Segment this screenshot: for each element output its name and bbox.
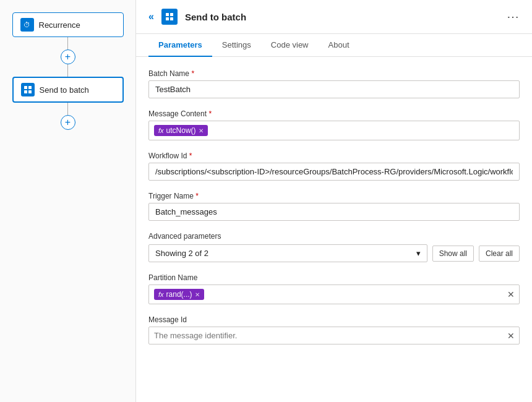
advanced-parameters-row: Showing 2 of 2 ▾ Show all Clear all xyxy=(148,244,520,262)
show-all-button[interactable]: Show all xyxy=(432,246,474,262)
svg-rect-5 xyxy=(170,13,173,16)
advanced-parameters-dropdown[interactable]: Showing 2 of 2 ▾ xyxy=(148,244,427,262)
tab-code-view[interactable]: Code view xyxy=(261,34,319,57)
add-between-btn[interactable]: + xyxy=(61,49,75,64)
partition-name-input[interactable]: fx rand(...) ✕ xyxy=(148,284,520,304)
message-id-input[interactable] xyxy=(148,327,520,344)
panel-header-left: « Send to batch xyxy=(148,9,246,25)
fx-icon-partition: fx xyxy=(158,291,164,298)
partition-name-group: Partition Name fx rand(...) ✕ ✕ xyxy=(148,273,520,304)
more-options-button[interactable]: ⋯ xyxy=(507,9,520,24)
fx-icon: fx xyxy=(158,127,164,134)
svg-rect-3 xyxy=(28,90,32,93)
recurrence-label: Recurrence xyxy=(39,20,80,30)
recurrence-node[interactable]: ⏱ Recurrence xyxy=(12,12,124,37)
workflow-canvas: ⏱ Recurrence + Send to batch + xyxy=(0,0,136,402)
batch-name-input[interactable] xyxy=(148,80,520,98)
message-content-label: Message Content * xyxy=(148,109,520,118)
batch-name-required: * xyxy=(191,69,194,78)
utcnow-token[interactable]: fx utcNow() ✕ xyxy=(154,125,208,136)
connector-3 xyxy=(67,103,68,115)
trigger-name-input[interactable] xyxy=(148,203,520,221)
workflow-id-input[interactable] xyxy=(148,163,520,181)
add-after-btn[interactable]: + xyxy=(61,115,75,130)
send-to-batch-label: Send to batch xyxy=(40,85,89,95)
rand-token[interactable]: fx rand(...) ✕ xyxy=(154,289,204,300)
message-id-label: Message Id xyxy=(148,315,520,324)
message-content-required: * xyxy=(208,109,212,118)
recurrence-icon: ⏱ xyxy=(20,18,34,32)
remove-rand-token[interactable]: ✕ xyxy=(195,291,200,298)
chevron-down-icon: ▾ xyxy=(416,249,421,258)
tab-parameters[interactable]: Parameters xyxy=(148,34,212,57)
panel-title: Send to batch xyxy=(185,12,246,22)
collapse-button[interactable]: « xyxy=(148,11,154,22)
message-id-group: Message Id ✕ xyxy=(148,315,520,344)
detail-panel: « Send to batch ⋯ Parameters Settings Co… xyxy=(136,0,532,402)
workflow-id-required: * xyxy=(189,152,192,160)
workflow-id-group: Workflow Id * xyxy=(148,152,520,181)
advanced-dropdown-value: Showing 2 of 2 xyxy=(155,249,208,258)
partition-name-clear-button[interactable]: ✕ xyxy=(507,289,515,299)
form-area: Batch Name * Message Content * fx utcNow… xyxy=(136,57,532,402)
send-to-batch-icon xyxy=(21,83,35,96)
clear-all-button[interactable]: Clear all xyxy=(479,246,520,262)
partition-name-field: fx rand(...) ✕ ✕ xyxy=(148,284,520,304)
message-id-clear-button[interactable]: ✕ xyxy=(507,331,515,341)
connector-1 xyxy=(67,37,68,49)
svg-rect-7 xyxy=(170,17,173,20)
advanced-parameters-label: Advanced parameters xyxy=(148,232,520,241)
panel-header: « Send to batch ⋯ xyxy=(136,0,532,34)
batch-name-group: Batch Name * xyxy=(148,69,520,98)
svg-rect-1 xyxy=(28,86,32,89)
trigger-name-group: Trigger Name * xyxy=(148,192,520,221)
send-to-batch-node[interactable]: Send to batch xyxy=(12,77,124,103)
trigger-name-required: * xyxy=(195,192,199,200)
svg-rect-2 xyxy=(24,90,27,93)
panel-header-icon xyxy=(161,9,178,25)
token-label: utcNow() xyxy=(166,126,196,135)
connector-2 xyxy=(67,64,68,77)
tab-bar: Parameters Settings Code view About xyxy=(136,34,532,57)
message-content-input[interactable]: fx utcNow() ✕ xyxy=(148,121,520,140)
svg-rect-6 xyxy=(166,17,169,20)
tab-settings[interactable]: Settings xyxy=(212,34,261,57)
workflow-id-label: Workflow Id * xyxy=(148,152,520,160)
remove-utcnow-token[interactable]: ✕ xyxy=(199,127,204,134)
svg-rect-4 xyxy=(166,13,169,16)
tab-about[interactable]: About xyxy=(319,34,359,57)
partition-name-label: Partition Name xyxy=(148,273,520,282)
batch-name-label: Batch Name * xyxy=(148,69,520,78)
svg-rect-0 xyxy=(24,86,27,89)
message-id-field: ✕ xyxy=(148,327,520,344)
trigger-name-label: Trigger Name * xyxy=(148,192,520,200)
rand-token-label: rand(...) xyxy=(166,290,192,299)
message-content-group: Message Content * fx utcNow() ✕ xyxy=(148,109,520,140)
advanced-parameters-section: Advanced parameters Showing 2 of 2 ▾ Sho… xyxy=(148,232,520,262)
